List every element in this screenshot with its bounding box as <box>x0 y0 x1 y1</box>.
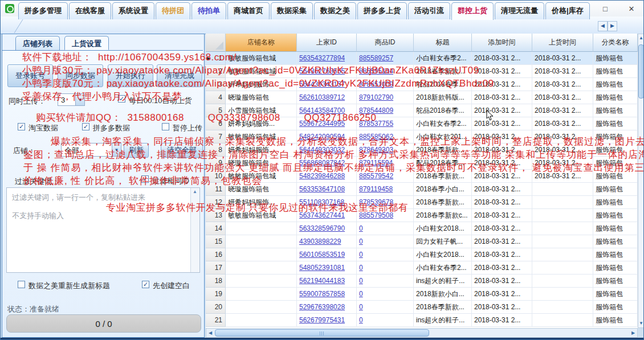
close-button[interactable]: ✕ <box>618 1 644 17</box>
seller_id-link[interactable]: 564362763555 <box>299 67 345 75</box>
item_id-link[interactable]: 0 <box>359 290 363 298</box>
horizontal-scroll-thumb[interactable] <box>215 329 429 337</box>
item_id-link[interactable]: 885579542 <box>359 172 393 180</box>
sync-data-button[interactable]: 同步数据 <box>58 64 103 87</box>
seller_id-link[interactable]: 548242090594 <box>299 133 345 141</box>
item_id-link[interactable]: 879115594 <box>359 159 393 167</box>
item_id-link[interactable]: 879119458 <box>359 185 393 193</box>
table-row[interactable]: 5小雪服饰箱包城564143584700878544809鸵品2018春季...… <box>206 104 638 117</box>
regenerate-title-checkbox[interactable] <box>18 281 25 288</box>
create-blank-checkbox[interactable]: ✓ <box>142 281 149 288</box>
scroll-up-icon[interactable]: ▲ <box>191 189 198 195</box>
seller_id-link[interactable]: 562679975431 <box>299 316 345 324</box>
table-row[interactable]: ▶1敏敏服饰箱包城563543277894885589257小白鞋女春季2...… <box>206 52 638 65</box>
main-tab-3[interactable]: 待拼团 <box>156 2 190 19</box>
filter-same-id-checkbox[interactable]: ✓ <box>141 175 149 183</box>
table-row[interactable]: 10敏敏服饰箱包城5482398462888855795422018春季新款..… <box>206 170 638 183</box>
tab-scroll-left-icon[interactable]: ◀ <box>598 21 608 31</box>
refresh-button[interactable]: 刷新 <box>124 143 149 158</box>
main-tab-11[interactable]: 清理无流量 <box>495 2 544 19</box>
maximize-button[interactable]: □ <box>592 1 618 17</box>
seller_id-link[interactable]: 559672344995 <box>299 120 345 128</box>
table-row[interactable]: 12妍希妈妈服饰...5511083071688785396782018春季新款… <box>206 196 638 209</box>
taobao-data-checkbox[interactable]: ✓ <box>18 123 25 130</box>
vertical-scroll-thumb[interactable] <box>638 44 644 99</box>
main-tab-1[interactable]: 在线客服 <box>69 2 111 19</box>
filter-keywords-textarea[interactable]: 过滤关键词，请一行一个，复制粘贴进来 不支持手动输入 ▲ <box>6 187 200 273</box>
table-row[interactable]: 4晓璇服饰箱包5626103897128791027902018新款韩版...2… <box>206 91 638 104</box>
table-row[interactable]: 175480523910810小白鞋女春季2...2018-03-31 2...… <box>206 261 638 275</box>
seller_id-link[interactable]: 562194044183 <box>299 277 345 285</box>
column-header-upload-time[interactable]: 上货时间 <box>532 34 593 52</box>
tab-scroll-right-icon[interactable]: ▶ <box>608 21 617 31</box>
table-row[interactable]: 6妍希妈妈服饰...559672344995878537755小白鞋女春季2..… <box>206 117 638 130</box>
tab-upload-settings[interactable]: 上货设置 <box>64 36 109 50</box>
seller_id-link[interactable]: 563543277894 <box>299 54 345 62</box>
item_id-link[interactable]: 885579508 <box>359 211 393 219</box>
start-execute-button[interactable]: 开始执行 <box>108 64 153 87</box>
column-header-added-time[interactable]: 添加时间 <box>472 34 532 52</box>
table-row[interactable]: 185621940441830ins超火的鞋子...2018-03-31 2..… <box>206 275 638 288</box>
item_id-link[interactable]: 885585062 <box>359 133 393 141</box>
login-account-button[interactable]: 登录账号 <box>7 64 53 87</box>
table-row[interactable]: 215626799754310ins超火的鞋子...2018-03-31 2..… <box>206 314 638 327</box>
main-tab-12[interactable]: 价格|库存 <box>545 2 590 19</box>
item_id-link[interactable]: 0 <box>359 277 363 285</box>
seller_id-link[interactable]: 529676398028 <box>299 303 345 311</box>
item_id-link[interactable]: 0 <box>359 251 363 259</box>
chevron-down-icon[interactable]: ▼ <box>75 94 84 105</box>
main-tab-2[interactable]: 系统设置 <box>112 2 154 19</box>
table-row[interactable]: 13敏敏服饰箱包城5637436274418855795082018春季新款c.… <box>206 209 638 222</box>
seller_id-link[interactable]: 563328596790 <box>299 224 345 232</box>
seller_id-link[interactable]: 556868087842 <box>299 159 345 167</box>
table-row[interactable]: 145633285967900小白鞋女2018...2018-03-31 2..… <box>206 222 638 235</box>
seller_id-link[interactable]: 564449303032 <box>299 146 345 154</box>
auto-upload-checkbox[interactable]: ✓ <box>118 95 125 103</box>
item_id-link[interactable]: 878651009 <box>359 80 393 88</box>
seller_id-link[interactable]: 559007857858 <box>299 290 345 298</box>
seller_id-link[interactable]: 551108307168 <box>299 198 344 206</box>
chevron-down-icon[interactable]: ▼ <box>112 144 121 156</box>
item_id-link[interactable]: 0 <box>359 237 363 245</box>
item_id-link[interactable]: 878544809 <box>359 106 393 114</box>
table-row[interactable]: 8妍希妈妈服饰...5644493030328786493032018春季新款.… <box>206 144 638 157</box>
table-row[interactable]: 15439038982290回力女鞋子帆...2018-03-31 2...服饰… <box>206 235 638 248</box>
item_id-link[interactable]: 885595104 <box>359 67 393 75</box>
item_id-link[interactable]: 878539678 <box>359 198 393 206</box>
main-tab-6[interactable]: 数据采集 <box>271 2 313 19</box>
main-tab-9[interactable]: 活动引流 <box>408 2 450 19</box>
item_id-link[interactable]: 0 <box>359 224 363 232</box>
vertical-scrollbar[interactable]: ▲ ▼ <box>638 34 644 328</box>
scroll-up-icon[interactable]: ▲ <box>638 34 644 42</box>
horizontal-scrollbar[interactable]: ◀ ▶ <box>206 328 638 338</box>
seller_id-link[interactable]: 548052391081 <box>299 264 345 272</box>
seller_id-link[interactable]: 563353647108 <box>299 185 345 193</box>
item_id-link[interactable]: 879102790 <box>359 93 393 101</box>
item_id-link[interactable]: 878537755 <box>359 120 393 128</box>
scroll-right-icon[interactable]: ▶ <box>629 329 637 337</box>
column-header-shop[interactable]: 店铺名称 <box>226 34 297 52</box>
column-header-seller-id[interactable]: 上家ID <box>297 34 357 52</box>
pdd-data-checkbox[interactable]: ✓ <box>82 123 89 130</box>
cleanup-done-button[interactable]: 清理完成 <box>157 64 202 87</box>
seller_id-link[interactable]: 564143584700 <box>299 106 345 114</box>
item_id-link[interactable]: 0 <box>359 264 363 272</box>
textarea-scrollbar[interactable]: ▲ <box>190 188 199 272</box>
scroll-down-icon[interactable]: ▼ <box>638 319 644 327</box>
table-row[interactable]: 11晓璇服饰箱包5633536471088791194582018春季小白...… <box>206 183 638 196</box>
item_id-link[interactable]: 878649303 <box>359 146 393 154</box>
main-tab-7[interactable]: 数据之美 <box>314 2 356 19</box>
table-row[interactable]: 7敏敏服饰箱包城548242090594885585062小白鞋女款201...… <box>206 130 638 144</box>
scroll-left-icon[interactable]: ◀ <box>206 329 214 337</box>
item_id-link[interactable]: 885589257 <box>359 54 393 62</box>
main-tab-0[interactable]: 拼多多管理 <box>18 2 68 19</box>
pause-upload-checkbox[interactable] <box>162 123 169 130</box>
main-tab-8[interactable]: 拼多多上货 <box>357 2 407 19</box>
table-row[interactable]: 165601058535190小白鞋女2018...2018-03-31 2..… <box>206 248 638 261</box>
table-row[interactable]: 2敏敏服饰箱包城5643627635558855951042018春季新款...… <box>206 65 638 78</box>
column-header-category[interactable]: 分类名称 <box>593 34 638 52</box>
table-row[interactable]: 1955900785785802018新款小白...2018-03-31 2..… <box>206 288 638 301</box>
clear-all-button[interactable]: 清空全部 <box>161 143 203 158</box>
main-tab-5[interactable]: 商城首页 <box>227 2 270 19</box>
main-tab-10[interactable]: 群控上货 <box>451 2 494 20</box>
